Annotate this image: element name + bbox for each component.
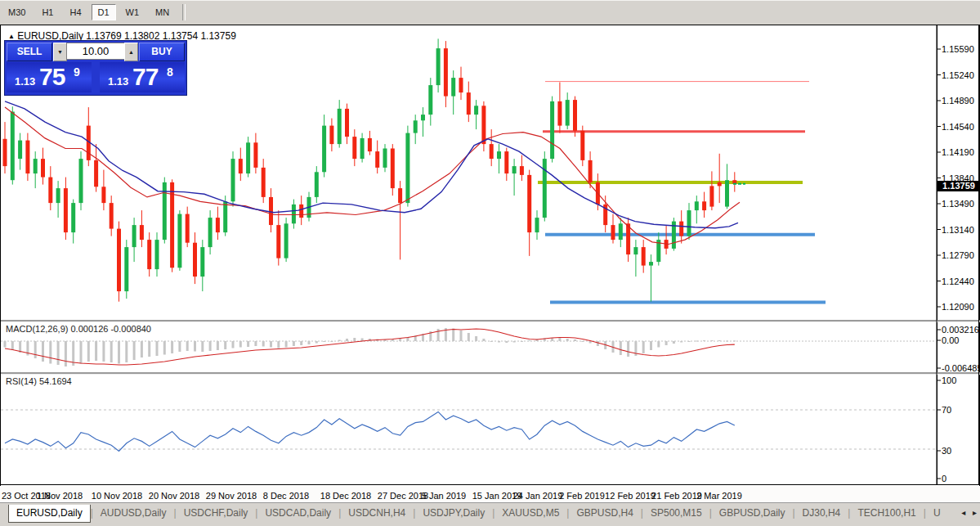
buy-button[interactable]: BUY [139,43,185,61]
sell-price-tile[interactable]: 1.13 75 9 [7,62,92,92]
sell-price-prefix: 1.13 [15,75,35,88]
volume-increase-button[interactable]: ▲ [124,43,138,61]
chart-tab-audusd-daily[interactable]: AUDUSD,Daily [93,505,174,522]
indicator-axis-label: 100 [942,375,956,385]
date-axis-label: 24 Jan 2019 [513,491,563,501]
indicator-axis-label: 0.003216 [942,325,979,335]
price-axis-label: 1.15590 [942,44,974,54]
chart-tab-usdchf-daily[interactable]: USDCHF,Daily [177,505,256,522]
ma-slow-line [5,101,738,228]
volume-input[interactable]: 10.00 [66,43,125,60]
chart-tab-gbpusd-daily[interactable]: GBPUSD,Daily [712,505,793,522]
chart-tab-usdjpy-daily[interactable]: USDJPY,Daily [415,505,492,522]
current-price-tag: 1.13759 [937,181,980,191]
sell-button[interactable]: SELL [7,43,52,61]
date-axis-label: 1 Nov 2018 [37,491,83,501]
buy-price-prefix: 1.13 [108,75,128,88]
buy-price-pip: 8 [167,65,173,79]
trading-platform-window: M30H1H4D1W1MN ▲ EURUSD,Daily 1.13769 1.1… [0,0,980,526]
one-click-trade-panel: SELL ▼ 10.00 ▲ BUY 1.13 75 9 1.13 77 8 [4,40,187,96]
price-axis-label: 1.15240 [942,70,974,80]
tab-scroll-left-icon[interactable]: ◂ [961,508,965,517]
date-axis-label: 20 Nov 2018 [149,491,199,501]
date-axis-label: 18 Dec 2018 [320,491,371,501]
chart-tab-tech100-h1[interactable]: TECH100,H1 [850,505,923,522]
date-axis-label: 29 Nov 2018 [206,491,257,501]
date-axis-label: 12 Feb 2019 [605,491,656,501]
macd-label: MACD(12,26,9) 0.000126 -0.000840 [6,324,151,334]
macd-value: 0.000126 [70,324,108,334]
chart-tab-eurusd-daily[interactable]: EURUSD,Daily [8,505,91,523]
tab-scroll-buttons: ◂ ▸ [956,508,977,517]
tab-scroll-right-icon[interactable]: ▸ [973,508,977,517]
timeframe-button-h4[interactable]: H4 [63,4,87,20]
indicator-axis-label: 30 [942,446,951,456]
date-axis-label: 2 Feb 2019 [559,491,605,501]
horizontal-sr-lines[interactable] [538,82,826,303]
price-axis-label: 1.13140 [942,225,974,235]
rsi-label: RSI(14) 54.1694 [6,376,72,386]
macd-signal-line [5,329,735,365]
indicator-axis-label: 0 [942,474,946,483]
price-axis-label: 1.12440 [942,276,974,286]
indicator-axis-label: 0.00 [942,335,959,345]
price-axis-label: 1.12790 [942,250,974,260]
date-axis-label: 21 Feb 2019 [651,491,702,501]
symbol-collapse-icon[interactable]: ▲ [8,33,15,40]
tab-bar-spacer [0,503,8,504]
indicator-axis-label: -0.006485 [942,363,980,373]
date-axis-label: 8 Dec 2018 [263,491,309,501]
buy-price-big: 77 [132,63,158,91]
price-axis-label: 1.13490 [942,199,974,209]
volume-decrease-button[interactable]: ▼ [53,43,67,61]
timeframe-button-mn[interactable]: MN [149,4,176,20]
rsi-value: 54.1694 [39,376,72,386]
chart-tab-gbpusd-h4[interactable]: GBPUSD,H4 [569,505,640,522]
buy-price-tile[interactable]: 1.13 77 8 [100,62,185,92]
chart-tab-u[interactable]: U [926,505,948,522]
sell-price-pip: 9 [74,65,80,79]
date-axis-label: 5 Jan 2019 [422,491,466,501]
chart-tab-usdcad-daily[interactable]: USDCAD,Daily [257,505,338,522]
macd-histogram [4,328,736,366]
timeframe-button-m30[interactable]: M30 [2,4,32,20]
chart-tab-sp500-m15[interactable]: SP500,M15 [643,505,709,522]
price-axis-label: 1.12090 [942,302,974,312]
macd-title: MACD(12,26,9) [6,324,68,334]
chart-tab-dj30-h4[interactable]: DJ30,H4 [795,505,848,522]
sell-price-big: 75 [39,63,65,91]
timeframe-button-h1[interactable]: H1 [35,4,60,20]
date-axis-label: 10 Nov 2018 [92,491,142,501]
date-axis-label: 2 Mar 2019 [696,491,742,501]
timeframe-toolbar: M30H1H4D1W1MN [0,0,980,25]
rsi-line [5,411,735,451]
indicator-axis-label: 70 [942,405,951,415]
rsi-title: RSI(14) [6,376,37,386]
macd-signal-value: -0.000840 [110,324,151,334]
price-axis-label: 1.14190 [942,147,974,157]
price-axis-label: 1.14890 [942,96,974,106]
chart-tab-usdcnh-h4[interactable]: USDCNH,H4 [341,505,413,522]
chart-tab-xauusd-m5[interactable]: XAUUSD,M5 [494,505,566,522]
chart-tab-bar: EURUSD,Daily|AUDUSD,Daily|USDCHF,Daily|U… [0,503,980,526]
toolbar-separator [182,4,186,20]
timeframe-button-w1[interactable]: W1 [119,4,146,20]
price-axis-label: 1.14540 [942,122,974,132]
timeframe-button-d1[interactable]: D1 [92,4,116,20]
